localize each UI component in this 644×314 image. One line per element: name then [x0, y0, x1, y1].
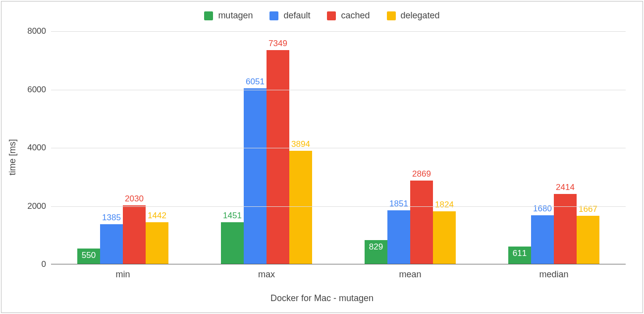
- bar-value-label: 611: [513, 249, 527, 258]
- bar-delegated-median: 1667: [577, 216, 599, 264]
- chart-frame: mutagendefaultcacheddelegated time [ms] …: [1, 1, 643, 313]
- legend-swatch: [269, 11, 278, 20]
- bar-mutagen-median: 611: [508, 247, 531, 264]
- bar-value-label: 550: [82, 251, 96, 260]
- bar-cached-mean: 2869: [410, 181, 433, 264]
- bar-value-label: 1451: [223, 211, 242, 221]
- y-axis-label: time [ms]: [7, 139, 18, 175]
- legend-item-cached: cached: [327, 10, 370, 21]
- legend-swatch: [387, 11, 396, 20]
- gridline: [51, 90, 626, 90]
- x-tick-label: median: [539, 264, 568, 280]
- bar-value-label: 1680: [533, 204, 552, 214]
- bar-value-label: 1442: [148, 211, 166, 221]
- y-tick-label: 6000: [27, 85, 51, 95]
- y-tick-label: 0: [42, 259, 51, 269]
- bar-value-label: 2869: [412, 169, 431, 179]
- bar-delegated-max: 3894: [289, 151, 312, 264]
- bar-delegated-mean: 1824: [433, 211, 456, 264]
- bar-cached-max: 7349: [267, 50, 289, 264]
- gridline: [51, 206, 626, 207]
- bar-cached-min: 2030: [123, 205, 146, 264]
- bar-value-label: 1824: [435, 200, 454, 210]
- legend-label: mutagen: [218, 10, 253, 21]
- x-tick-label: mean: [399, 264, 421, 280]
- x-tick-label: max: [258, 264, 275, 280]
- legend-item-mutagen: mutagen: [204, 10, 253, 21]
- bar-value-label: 2414: [556, 183, 575, 192]
- gridline: [51, 31, 626, 32]
- y-tick-label: 4000: [27, 143, 51, 153]
- legend-label: delegated: [401, 10, 440, 21]
- bar-value-label: 1851: [389, 199, 408, 209]
- legend-label: cached: [341, 10, 370, 21]
- bar-delegated-min: 1442: [146, 222, 168, 264]
- bar-default-median: 1680: [531, 215, 554, 264]
- legend-item-delegated: delegated: [387, 10, 440, 21]
- bar-mutagen-max: 1451: [221, 222, 244, 264]
- bar-default-min: 1385: [100, 224, 123, 264]
- legend: mutagendefaultcacheddelegated: [1, 10, 643, 21]
- bar-value-label: 829: [369, 242, 383, 252]
- bar-value-label: 2030: [125, 194, 144, 204]
- bar-value-label: 6051: [246, 77, 265, 87]
- legend-item-default: default: [269, 10, 310, 21]
- x-axis-label: Docker for Mac - mutagen: [1, 293, 643, 304]
- bar-value-label: 7349: [268, 39, 287, 49]
- legend-swatch: [204, 11, 213, 20]
- gridline: [51, 148, 626, 148]
- bar-mutagen-mean: 829: [365, 240, 387, 264]
- plot-area: 5501385203014421451605173493894829185128…: [51, 31, 626, 264]
- legend-swatch: [327, 11, 336, 20]
- bar-mutagen-min: 550: [77, 249, 100, 264]
- bar-cached-median: 2414: [554, 194, 577, 264]
- legend-label: default: [283, 10, 310, 21]
- bar-default-max: 6051: [244, 88, 267, 264]
- bar-default-mean: 1851: [387, 210, 410, 264]
- y-tick-label: 2000: [27, 201, 51, 211]
- bar-value-label: 1385: [102, 213, 121, 223]
- x-tick-label: min: [115, 264, 130, 280]
- y-tick-label: 8000: [27, 26, 51, 36]
